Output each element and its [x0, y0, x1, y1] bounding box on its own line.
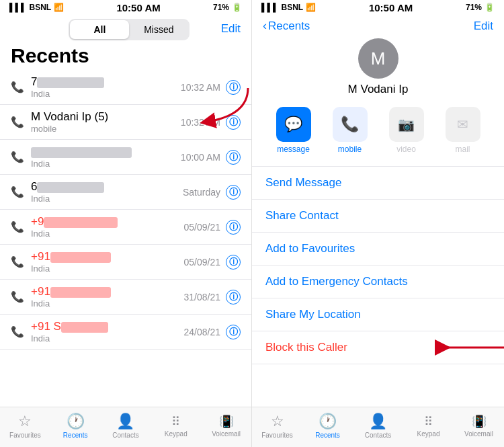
mobile-label: mobile: [338, 145, 362, 154]
edit-button-left[interactable]: Edit: [221, 22, 241, 36]
info-button-8[interactable]: ⓘ: [226, 325, 241, 339]
video-icon-circle: 📷: [389, 107, 424, 142]
all-tab[interactable]: All: [70, 20, 129, 39]
call-name-4: 6blurred: [31, 180, 183, 194]
call-info-1: 7blurred India: [27, 75, 181, 99]
call-item-6[interactable]: 📞 +91blurred India 05/09/21 ⓘ: [0, 245, 251, 280]
call-info-2: M Vodani Ip (5) mobile: [27, 110, 181, 134]
battery-percent-right: 71%: [466, 3, 482, 12]
mail-icon-circle: ✉: [446, 107, 480, 142]
tab-voicemail-right[interactable]: 📳 Voicemail: [459, 414, 499, 438]
time-left: 10:50 AM: [116, 2, 160, 13]
action-message[interactable]: 💬 message: [269, 107, 318, 154]
tab-label-keypad-right: Keypad: [417, 430, 440, 438]
call-item-2[interactable]: 📞 M Vodani Ip (5) mobile 10:32 AM ⓘ: [0, 105, 251, 140]
missed-tab[interactable]: Missed: [129, 20, 188, 39]
info-button-7[interactable]: ⓘ: [226, 290, 241, 304]
battery-info-left: 71% 🔋: [213, 3, 242, 12]
tab-label-voicemail-left: Voicemail: [212, 430, 241, 438]
tab-favourites-right[interactable]: ☆ Favourites: [257, 413, 298, 439]
menu-list: Send Message Share Contact Add to Favour…: [252, 161, 504, 407]
share-contact-item[interactable]: Share Contact: [252, 200, 504, 233]
phone-icon-1: 📞: [11, 81, 27, 93]
recents-icon-right: 🕐: [319, 413, 337, 430]
time-right: 10:50 AM: [369, 2, 413, 13]
contacts-icon-right: 👤: [369, 413, 387, 430]
call-info-8: +91 Sblurred India: [27, 320, 184, 343]
battery-percent-left: 71%: [213, 3, 229, 12]
battery-icon-right: 🔋: [485, 3, 495, 12]
phone-icon-8: 📞: [11, 325, 27, 338]
info-button-1[interactable]: ⓘ: [226, 80, 241, 95]
segment-control: All Missed: [69, 19, 190, 40]
tab-label-contacts-left: Contacts: [112, 432, 138, 439]
call-info-4: 6blurred India: [27, 180, 183, 204]
phone-icon-7: 📞: [11, 290, 27, 303]
status-bar-right: ▌▌▌ BSNL 📶 10:50 AM 71% 🔋: [252, 0, 504, 15]
action-icons-row: 💬 message 📞 mobile 📷 video ✉ mail: [252, 103, 504, 161]
signal-bars-right: ▌▌▌: [261, 3, 279, 12]
add-emergency-label: Add to Emergency Contacts: [265, 275, 408, 288]
back-chevron-icon: ‹: [263, 19, 267, 33]
tab-recents-left[interactable]: 🕐 Recents: [55, 413, 95, 439]
phone-icon-4: 📞: [11, 186, 27, 198]
call-item-1[interactable]: 📞 7blurred India 10:32 AM ⓘ: [0, 70, 251, 105]
mobile-icon: 📞: [341, 116, 359, 133]
send-message-label: Send Message: [265, 176, 341, 189]
action-mobile[interactable]: 📞 mobile: [326, 107, 374, 154]
call-sub-5: India: [31, 229, 184, 239]
call-name-1: 7blurred: [31, 75, 181, 89]
tab-contacts-left[interactable]: 👤 Contacts: [106, 413, 146, 439]
share-location-label: Share My Location: [265, 308, 361, 321]
block-caller-label: Block this Caller: [265, 341, 347, 354]
info-button-5[interactable]: ⓘ: [226, 220, 241, 235]
contacts-icon-left: 👤: [116, 413, 134, 430]
recents-icon-left: 🕐: [67, 413, 85, 430]
add-favourites-item[interactable]: Add to Favourites: [252, 233, 504, 266]
wifi-icon-right: 📶: [306, 3, 316, 12]
tab-keypad-right[interactable]: ⠿ Keypad: [409, 414, 449, 438]
status-bar-left: ▌▌▌ BSNL 📶 10:50 AM 71% 🔋: [0, 0, 251, 15]
tab-recents-right[interactable]: 🕐 Recents: [308, 413, 348, 439]
info-button-6[interactable]: ⓘ: [226, 255, 241, 270]
share-location-item[interactable]: Share My Location: [252, 298, 504, 331]
call-item-3[interactable]: 📞 blurred India 10:00 AM ⓘ: [0, 140, 251, 175]
call-info-6: +91blurred India: [27, 250, 184, 274]
back-button[interactable]: ‹ Recents: [263, 19, 310, 33]
action-mail[interactable]: ✉ mail: [439, 107, 487, 154]
star-icon-left: ☆: [18, 413, 32, 430]
voicemail-icon-left: 📳: [219, 414, 234, 429]
action-video[interactable]: 📷 video: [382, 107, 431, 154]
tab-label-keypad-left: Keypad: [165, 430, 187, 438]
call-time-3: 10:00 AM: [181, 152, 220, 163]
tab-favourites-left[interactable]: ☆ Favourites: [5, 413, 45, 439]
tab-keypad-left[interactable]: ⠿ Keypad: [156, 414, 196, 438]
call-name-3: blurred: [31, 145, 181, 159]
tab-voicemail-left[interactable]: 📳 Voicemail: [206, 414, 247, 438]
tab-contacts-right[interactable]: 👤 Contacts: [358, 413, 398, 439]
call-sub-6: India: [31, 263, 184, 274]
block-caller-item[interactable]: Block this Caller: [252, 331, 504, 364]
edit-button-right[interactable]: Edit: [474, 19, 493, 33]
right-panel: ▌▌▌ BSNL 📶 10:50 AM 71% 🔋 ‹ Recents Edit…: [252, 0, 504, 447]
mobile-icon-circle: 📞: [333, 107, 368, 142]
call-name-8: +91 Sblurred: [31, 320, 184, 333]
add-emergency-item[interactable]: Add to Emergency Contacts: [252, 266, 504, 298]
left-panel: ▌▌▌ BSNL 📶 10:50 AM 71% 🔋 All Missed Edi…: [0, 0, 252, 447]
call-item-8[interactable]: 📞 +91 Sblurred India 24/08/21 ⓘ: [0, 315, 251, 350]
call-item-7[interactable]: 📞 +91blurred India 31/08/21 ⓘ: [0, 280, 251, 315]
call-item-4[interactable]: 📞 6blurred India Saturday ⓘ: [0, 175, 251, 210]
phone-icon-2: 📞: [11, 116, 27, 128]
phone-icon-6: 📞: [11, 255, 27, 268]
send-message-item[interactable]: Send Message: [252, 166, 504, 200]
red-arrow-right: [437, 334, 504, 361]
call-name-5: +9blurred: [31, 215, 184, 229]
call-time-5: 05/09/21: [184, 222, 221, 233]
call-time-6: 05/09/21: [184, 257, 221, 268]
call-item-5[interactable]: 📞 +9blurred India 05/09/21 ⓘ: [0, 210, 251, 245]
info-button-3[interactable]: ⓘ: [226, 150, 241, 165]
call-name-6: +91blurred: [31, 250, 184, 263]
info-button-4[interactable]: ⓘ: [226, 185, 241, 200]
tab-bar-left: ☆ Favourites 🕐 Recents 👤 Contacts ⠿ Keyp…: [0, 407, 251, 447]
info-button-2[interactable]: ⓘ: [226, 115, 241, 130]
